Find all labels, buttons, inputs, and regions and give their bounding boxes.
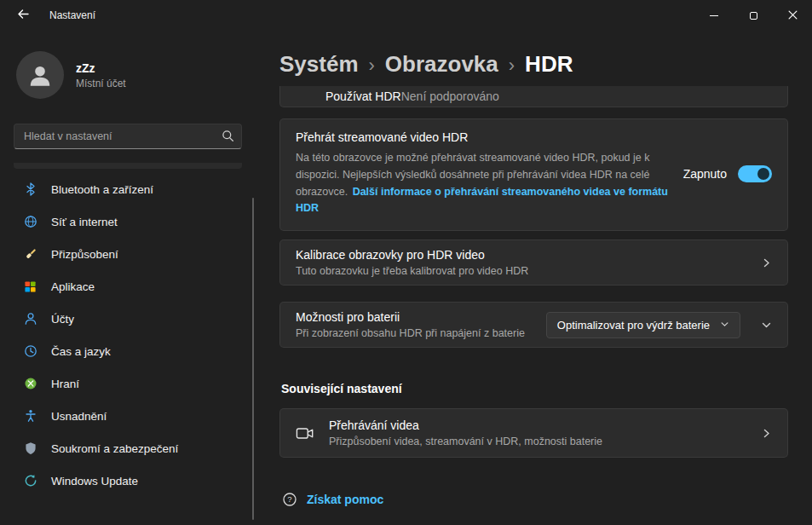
avatar <box>16 51 64 99</box>
brush-icon <box>23 247 37 262</box>
stream-hdr-learn-more-link[interactable]: Další informace o přehrávání streamované… <box>296 186 668 215</box>
person-icon <box>23 312 37 326</box>
breadcrumb-separator: › <box>369 53 375 77</box>
chevron-right-icon <box>761 257 772 268</box>
sidebar-item-personalization[interactable]: Přizpůsobení <box>14 239 242 269</box>
clock-icon <box>23 344 37 359</box>
use-hdr-status: Není podporováno <box>401 89 499 103</box>
breadcrumb-system[interactable]: Systém <box>279 51 359 78</box>
stream-hdr-card: Přehrát streamované video HDR Na této ob… <box>279 118 788 231</box>
sidebar-item-apps[interactable]: Aplikace <box>14 271 242 302</box>
use-hdr-label: Používat HDR <box>325 89 401 103</box>
search-input[interactable] <box>14 124 242 149</box>
back-button[interactable] <box>9 4 37 26</box>
titlebar: Nastavení <box>0 0 812 31</box>
sidebar-scrollbar[interactable] <box>252 198 254 520</box>
video-playback-title: Přehrávání videa <box>329 418 602 432</box>
maximize-button[interactable] <box>734 0 773 31</box>
settings-window: Nastavení zZz Místní účet <box>0 0 812 525</box>
update-icon <box>23 474 37 488</box>
back-arrow-icon <box>16 7 31 24</box>
globe-icon <box>23 215 37 229</box>
calibration-description: Tuto obrazovku je třeba kalibrovat pro v… <box>296 265 528 278</box>
toggle-knob <box>757 168 769 180</box>
search-icon <box>222 130 234 142</box>
sidebar-item-gaming[interactable]: Hraní <box>14 368 242 399</box>
minimize-icon <box>710 15 718 16</box>
breadcrumb-separator: › <box>509 53 515 77</box>
sidebar-item-time-language[interactable]: Čas a jazyk <box>14 336 242 366</box>
video-playback-description: Přizpůsobení videa, streamování v HDR, m… <box>329 436 602 448</box>
stream-hdr-description: Na této obrazovce je možné přehrávat str… <box>296 150 683 217</box>
user-name: zZz <box>76 61 126 75</box>
related-settings-heading: Související nastavení <box>281 382 788 395</box>
stream-hdr-toggle[interactable] <box>738 165 772 182</box>
breadcrumb: Systém › Obrazovka › HDR <box>279 51 788 78</box>
video-playback-row[interactable]: Přehrávání videa Přizpůsobení videa, str… <box>279 408 788 458</box>
sidebar-nav: Bluetooth a zařízení Síť a internet Přiz… <box>14 163 242 496</box>
svg-text:?: ? <box>287 494 291 504</box>
battery-expander-chevron-icon[interactable] <box>761 320 772 331</box>
sidebar-item-clipped <box>14 163 242 169</box>
use-hdr-capability-row: Používat HDR Není podporováno <box>279 86 788 107</box>
get-help-row: ? Získat pomoc <box>279 492 788 507</box>
battery-options-title: Možnosti pro baterii <box>296 310 525 324</box>
main-content: Systém › Obrazovka › HDR Používat HDR Ne… <box>256 31 812 525</box>
breadcrumb-display[interactable]: Obrazovka <box>385 51 498 78</box>
maximize-icon <box>750 12 757 20</box>
sidebar-item-network[interactable]: Síť a internet <box>14 206 242 237</box>
battery-options-description: Při zobrazení obsahu HDR při napájení z … <box>296 327 525 340</box>
sidebar-item-privacy[interactable]: Soukromí a zabezpečení <box>14 433 242 464</box>
close-icon <box>788 9 798 22</box>
app-title: Nastavení <box>49 9 95 21</box>
stream-hdr-title: Přehrát streamované video HDR <box>296 130 683 144</box>
battery-options-row: Možnosti pro baterii Při zobrazení obsah… <box>279 302 788 348</box>
bluetooth-icon <box>23 182 37 197</box>
hdr-calibration-row[interactable]: Kalibrace obrazovky pro HDR video Tuto o… <box>279 239 788 286</box>
battery-options-selected: Optimalizovat pro výdrž baterie <box>557 319 710 332</box>
accessibility-icon <box>23 409 37 424</box>
chevron-right-icon <box>761 428 772 439</box>
chevron-down-icon <box>720 319 729 332</box>
battery-options-dropdown[interactable]: Optimalizovat pro výdrž baterie <box>546 312 740 338</box>
help-icon: ? <box>282 492 297 507</box>
toggle-state-label: Zapnuto <box>683 167 727 181</box>
minimize-button[interactable] <box>694 0 734 31</box>
apps-grid-icon <box>23 280 37 294</box>
window-controls <box>694 0 812 31</box>
shield-icon <box>23 441 37 456</box>
close-button[interactable] <box>773 0 812 31</box>
get-help-link[interactable]: Získat pomoc <box>307 493 383 506</box>
xbox-icon <box>23 377 37 391</box>
sidebar-item-windows-update[interactable]: Windows Update <box>14 465 242 496</box>
account-row[interactable]: zZz Místní účet <box>16 49 242 101</box>
sidebar-item-accessibility[interactable]: Usnadnění <box>14 401 242 431</box>
sidebar-item-bluetooth[interactable]: Bluetooth a zařízení <box>14 174 242 205</box>
video-camera-icon <box>296 426 314 441</box>
calibration-title: Kalibrace obrazovky pro HDR video <box>296 248 528 262</box>
page-title: HDR <box>525 51 573 78</box>
sidebar: zZz Místní účet Bluetooth a zařízení <box>0 31 256 525</box>
sidebar-item-accounts[interactable]: Účty <box>14 303 242 334</box>
account-type: Místní účet <box>76 78 126 89</box>
